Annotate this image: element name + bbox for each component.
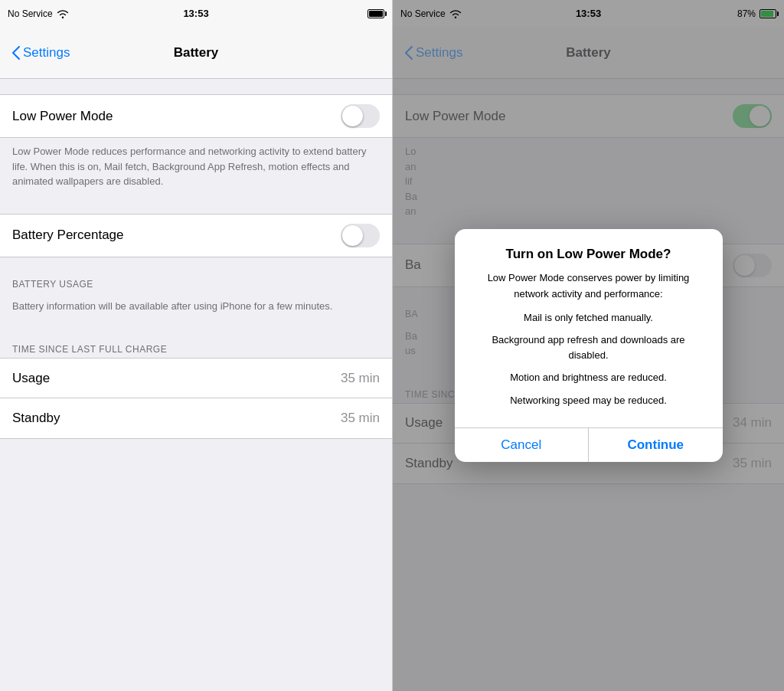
dialog-item-1: Mail is only fetched manually. bbox=[473, 310, 704, 326]
dialog-intro: Low Power Mode conserves power by limiti… bbox=[473, 270, 704, 303]
battery-usage-desc-left: Battery information will be available af… bbox=[0, 293, 392, 323]
alert-dialog: Turn on Low Power Mode? Low Power Mode c… bbox=[455, 229, 723, 462]
status-bar-left: No Service 13:53 bbox=[0, 0, 392, 27]
low-power-label-left: Low Power Mode bbox=[12, 109, 113, 124]
back-label-left: Settings bbox=[23, 45, 70, 61]
low-power-row-left: Low Power Mode bbox=[0, 95, 392, 137]
dialog-buttons: Cancel Continue bbox=[455, 427, 723, 462]
toggle-thumb bbox=[342, 106, 363, 126]
time-since-header-left: TIME SINCE LAST FULL CHARGE bbox=[0, 338, 392, 358]
dialog-body: Turn on Low Power Mode? Low Power Mode c… bbox=[455, 229, 723, 427]
battery-usage-description-left: Battery information will be available af… bbox=[12, 300, 332, 312]
cancel-button[interactable]: Cancel bbox=[455, 428, 590, 462]
chevron-left-icon bbox=[12, 46, 20, 60]
dialog-item-4: Networking speed may be reduced. bbox=[473, 393, 704, 408]
nav-bar-left: Settings Battery bbox=[0, 27, 392, 79]
content-left: Low Power Mode Low Power Mode reduces pe… bbox=[0, 79, 392, 691]
time-since-group-left: Usage 35 min Standby 35 min bbox=[0, 358, 392, 439]
dialog-item-2: Background app refresh and downloads are… bbox=[473, 332, 704, 362]
left-panel: No Service 13:53 Settings Battery bbox=[0, 0, 392, 691]
wifi-icon bbox=[57, 9, 69, 18]
standby-label-left: Standby bbox=[12, 411, 60, 426]
standby-value-left: 35 min bbox=[341, 411, 380, 426]
dialog-title: Turn on Low Power Mode? bbox=[473, 246, 704, 263]
no-service-text: No Service bbox=[8, 8, 53, 19]
low-power-desc-left: Low Power Mode reduces performance and n… bbox=[0, 138, 392, 198]
dialog-overlay: Turn on Low Power Mode? Low Power Mode c… bbox=[393, 0, 784, 691]
usage-row-left: Usage 35 min bbox=[0, 359, 392, 398]
status-battery-left bbox=[368, 9, 384, 18]
toggle-thumb-pct bbox=[342, 225, 363, 246]
low-power-toggle-left[interactable] bbox=[341, 104, 380, 128]
standby-row-left: Standby 35 min bbox=[0, 398, 392, 438]
usage-value-left: 35 min bbox=[341, 371, 380, 386]
battery-pct-label-left: Battery Percentage bbox=[12, 228, 124, 243]
battery-icon-left bbox=[368, 9, 384, 18]
battery-pct-group-left: Battery Percentage bbox=[0, 214, 392, 257]
battery-pct-toggle-left[interactable] bbox=[341, 224, 380, 247]
battery-pct-row-left: Battery Percentage bbox=[0, 215, 392, 257]
page-title-left: Battery bbox=[174, 45, 219, 61]
low-power-group-left: Low Power Mode bbox=[0, 94, 392, 138]
dialog-item-3: Motion and brightness are reduced. bbox=[473, 370, 704, 385]
back-button-left[interactable]: Settings bbox=[12, 45, 70, 61]
continue-button[interactable]: Continue bbox=[589, 428, 723, 462]
status-time-left: 13:53 bbox=[183, 8, 208, 19]
right-panel: No Service 13:53 87% Settings Battery bbox=[392, 0, 784, 691]
status-left: No Service bbox=[8, 8, 69, 19]
usage-label-left: Usage bbox=[12, 371, 50, 386]
battery-usage-header-left: BATTERY USAGE bbox=[0, 273, 392, 293]
low-power-description-left: Low Power Mode reduces performance and n… bbox=[12, 146, 366, 187]
